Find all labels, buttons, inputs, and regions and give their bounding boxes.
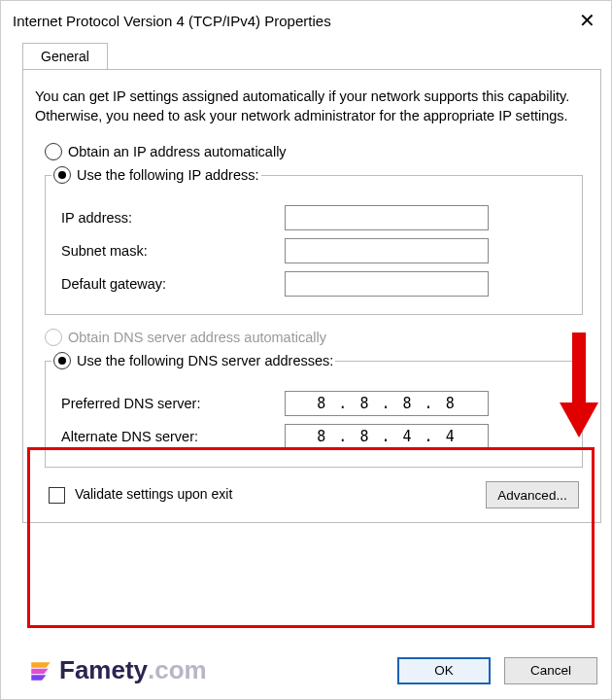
window-title: Internet Protocol Version 4 (TCP/IPv4) P… (13, 13, 331, 29)
footer-buttons: OK Cancel (397, 657, 597, 684)
input-subnet[interactable] (285, 238, 489, 263)
tab-strip: General (22, 42, 601, 69)
general-panel: You can get IP settings assigned automat… (22, 69, 601, 523)
brand-suffix: .com (148, 655, 207, 685)
input-gateway[interactable] (285, 271, 489, 297)
label-ip-address: IP address: (55, 210, 285, 226)
annotation-highlight-box (27, 447, 595, 628)
dialog-window: Internet Protocol Version 4 (TCP/IPv4) P… (0, 0, 612, 700)
input-dns-preferred[interactable]: 8 . 8 . 8 . 8 (285, 391, 489, 416)
radio-icon (45, 329, 62, 346)
label-dns-alternate: Alternate DNS server: (55, 429, 285, 444)
ip-manual-group: Use the following IP address: IP address… (45, 166, 583, 315)
row-dns-preferred: Preferred DNS server: 8 . 8 . 8 . 8 (55, 391, 572, 416)
checkbox-icon (49, 487, 65, 504)
row-dns-alternate: Alternate DNS server: 8 . 8 . 4 . 4 (55, 424, 572, 449)
close-icon[interactable]: ✕ (573, 9, 601, 32)
advanced-button[interactable]: Advanced... (486, 481, 579, 508)
titlebar: Internet Protocol Version 4 (TCP/IPv4) P… (1, 1, 611, 38)
panel-bottom-row: Validate settings upon exit Advanced... (49, 481, 579, 508)
brand-mark-icon (28, 658, 53, 683)
input-ip-address[interactable] (285, 205, 489, 230)
ok-button[interactable]: OK (397, 657, 491, 684)
radio-ip-manual[interactable]: Use the following IP address: (53, 166, 259, 184)
radio-ip-manual-label: Use the following IP address: (77, 167, 259, 183)
brand-logo: Famety.com (28, 655, 207, 685)
radio-dns-manual-label: Use the following DNS server addresses: (77, 353, 333, 368)
intro-text: You can get IP settings assigned automat… (35, 88, 585, 125)
label-dns-preferred: Preferred DNS server: (55, 396, 285, 411)
checkbox-validate[interactable]: Validate settings upon exit (49, 486, 232, 504)
radio-dns-auto: Obtain DNS server address automatically (45, 329, 589, 346)
dns-manual-group: Use the following DNS server addresses: … (45, 352, 583, 468)
footer: Famety.com OK Cancel (1, 644, 611, 699)
row-gateway: Default gateway: (55, 271, 572, 297)
input-dns-alternate[interactable]: 8 . 8 . 4 . 4 (285, 424, 489, 449)
tab-general[interactable]: General (22, 43, 108, 70)
radio-icon (45, 143, 62, 160)
radio-ip-auto-label: Obtain an IP address automatically (68, 144, 287, 159)
brand-name: Famety (59, 655, 148, 685)
radio-icon (53, 166, 71, 184)
radio-ip-auto[interactable]: Obtain an IP address automatically (45, 143, 589, 160)
label-subnet: Subnet mask: (55, 243, 285, 259)
cancel-button[interactable]: Cancel (504, 657, 597, 684)
label-gateway: Default gateway: (55, 276, 285, 292)
checkbox-validate-label: Validate settings upon exit (75, 486, 232, 502)
radio-dns-manual[interactable]: Use the following DNS server addresses: (53, 352, 333, 369)
radio-dns-auto-label: Obtain DNS server address automatically (68, 330, 326, 345)
row-subnet: Subnet mask: (55, 238, 572, 263)
row-ip-address: IP address: (55, 205, 572, 230)
radio-icon (53, 352, 71, 369)
